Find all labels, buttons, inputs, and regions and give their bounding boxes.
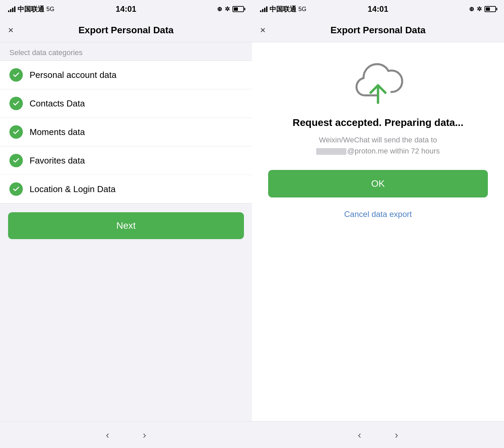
left-time: 14:01 xyxy=(116,4,136,14)
location-icon: ⊕ xyxy=(469,5,474,13)
battery-icon xyxy=(485,6,496,12)
back-arrow[interactable]: ‹ xyxy=(106,429,109,441)
check-circle-icon xyxy=(9,68,23,82)
forward-arrow[interactable]: › xyxy=(143,429,146,441)
right-status-right: ⊕ ✲ xyxy=(469,5,496,13)
request-description: Weixin/WeChat will send the data to @pro… xyxy=(296,134,460,156)
location-icon: ⊕ xyxy=(217,5,222,13)
left-content: Select data categories Personal account … xyxy=(0,42,252,421)
desc-part1: Weixin/WeChat will send the data to xyxy=(319,136,437,144)
list-item[interactable]: Moments data xyxy=(0,118,252,146)
next-button[interactable]: Next xyxy=(8,212,244,239)
item-label: Personal account data xyxy=(30,70,117,80)
bluetooth-icon: ✲ xyxy=(477,5,482,13)
check-circle-icon xyxy=(9,182,23,196)
right-time: 14:01 xyxy=(368,4,388,14)
network-label: 5G xyxy=(46,6,54,13)
email-redacted xyxy=(316,148,346,155)
check-circle-icon xyxy=(9,125,23,139)
left-status-bar: 中国联通 5G 14:01 ⊕ ✲ xyxy=(0,0,252,18)
check-circle-icon xyxy=(9,154,23,167)
check-circle-icon xyxy=(9,97,23,110)
list-item[interactable]: Personal account data xyxy=(0,61,252,89)
list-item[interactable]: Location & Login Data xyxy=(0,175,252,203)
right-nav-title: Export Personal Data xyxy=(330,25,425,36)
left-bottom-nav: ‹ › xyxy=(0,421,252,448)
right-phone-panel: 中国联通 5G 14:01 ⊕ ✲ × Export Personal Data… xyxy=(252,0,504,448)
carrier-label: 中国联通 xyxy=(17,5,44,14)
ok-button[interactable]: OK xyxy=(268,170,488,197)
desc-part2: @proton.me within 72 hours xyxy=(347,147,439,155)
right-content: Request accepted. Preparing data... Weix… xyxy=(252,42,504,421)
section-header: Select data categories xyxy=(0,42,252,60)
signal-icon xyxy=(8,6,15,12)
request-title: Request accepted. Preparing data... xyxy=(279,117,477,128)
left-status-left: 中国联通 5G xyxy=(8,5,54,14)
cancel-export-button[interactable]: Cancel data export xyxy=(341,207,414,222)
next-button-area: Next xyxy=(0,204,252,247)
list-item[interactable]: Favorites data xyxy=(0,146,252,175)
item-label: Location & Login Data xyxy=(30,184,116,194)
right-nav-bar: × Export Personal Data xyxy=(252,18,504,42)
right-close-button[interactable]: × xyxy=(260,25,265,36)
network-label: 5G xyxy=(298,6,306,13)
item-label: Moments data xyxy=(30,127,85,137)
signal-icon xyxy=(260,6,267,12)
right-status-left: 中国联通 5G xyxy=(260,5,306,14)
battery-icon xyxy=(233,6,244,12)
forward-arrow[interactable]: › xyxy=(395,429,398,441)
list-item[interactable]: Contacts Data xyxy=(0,89,252,118)
item-label: Contacts Data xyxy=(30,98,85,109)
right-bottom-nav: ‹ › xyxy=(252,421,504,448)
data-category-list: Personal account data Contacts Data xyxy=(0,60,252,204)
cloud-upload-icon xyxy=(351,62,405,106)
left-status-right: ⊕ ✲ xyxy=(217,5,244,13)
left-nav-title: Export Personal Data xyxy=(78,25,173,36)
right-panel-buttons: OK Cancel data export xyxy=(252,170,504,222)
left-nav-bar: × Export Personal Data xyxy=(0,18,252,42)
back-arrow[interactable]: ‹ xyxy=(358,429,361,441)
bluetooth-icon: ✲ xyxy=(225,5,230,13)
item-label: Favorites data xyxy=(30,155,85,166)
right-status-bar: 中国联通 5G 14:01 ⊕ ✲ xyxy=(252,0,504,18)
left-close-button[interactable]: × xyxy=(8,25,13,36)
carrier-label: 中国联通 xyxy=(269,5,296,14)
left-phone-panel: 中国联通 5G 14:01 ⊕ ✲ × Export Personal Data… xyxy=(0,0,252,448)
